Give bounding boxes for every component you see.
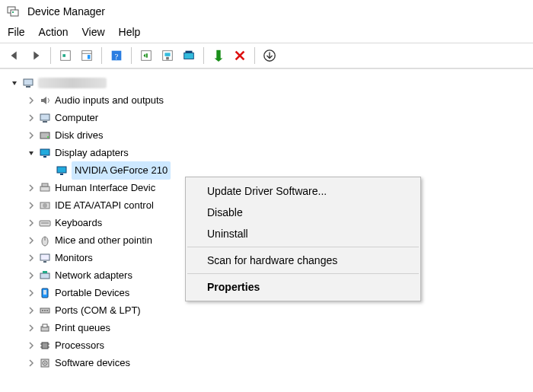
tree-item[interactable]: Processors: [3, 336, 530, 354]
chevron-right-icon[interactable]: [26, 340, 37, 351]
toolbar: ?: [0, 43, 533, 69]
properties-panel-icon[interactable]: [77, 46, 97, 65]
chevron-right-icon[interactable]: [26, 253, 37, 263]
menu-action[interactable]: Action: [39, 26, 69, 38]
tree-item-label: Human Interface Devic: [55, 180, 155, 196]
svg-point-45: [44, 310, 46, 311]
svg-point-32: [43, 203, 47, 208]
context-menu: Update Driver Software...DisableUninstal…: [185, 177, 421, 301]
svg-rect-19: [24, 79, 33, 85]
uninstall-device-icon[interactable]: [179, 46, 199, 65]
svg-rect-15: [184, 53, 194, 59]
svg-point-44: [42, 310, 43, 311]
svg-rect-40: [43, 271, 47, 273]
tree-item[interactable]: Audio inputs and outputs: [3, 91, 530, 109]
svg-rect-17: [216, 50, 220, 60]
tree-item[interactable]: Software devices: [3, 354, 530, 371]
ports-icon: [38, 304, 52, 317]
tree-item-label: Keyboards: [55, 215, 102, 231]
chevron-right-icon[interactable]: [26, 270, 37, 281]
chevron-down-icon[interactable]: [26, 148, 37, 158]
chevron-right-icon[interactable]: [26, 358, 37, 368]
scan-hardware-icon[interactable]: [136, 46, 156, 65]
tree-item-label: Display adapters: [55, 145, 129, 161]
context-menu-item[interactable]: Uninstall: [186, 223, 420, 244]
chevron-right-icon[interactable]: [26, 130, 37, 141]
display-icon: [55, 164, 69, 177]
tree-item-label: Disk drives: [55, 127, 104, 144]
tree-item-label: Processors: [55, 337, 104, 354]
software-icon: [38, 356, 52, 370]
context-menu-item[interactable]: Disable: [186, 202, 420, 223]
ide-icon: [38, 199, 52, 212]
chevron-right-icon[interactable]: [26, 200, 37, 211]
menu-view[interactable]: View: [81, 26, 104, 38]
context-menu-item[interactable]: Scan for hardware changes: [186, 250, 420, 271]
tree-item[interactable]: Disk drives: [3, 126, 530, 144]
svg-rect-26: [43, 156, 46, 158]
context-menu-separator: [187, 273, 419, 274]
svg-rect-29: [40, 186, 49, 191]
svg-rect-13: [164, 53, 170, 56]
tree-item-label: Audio inputs and outputs: [55, 92, 164, 109]
help-icon[interactable]: ?: [107, 46, 126, 65]
svg-rect-25: [40, 149, 49, 155]
svg-rect-30: [42, 183, 48, 186]
menu-bar: File Action View Help: [0, 21, 533, 43]
context-menu-item[interactable]: Properties: [186, 276, 420, 298]
tree-item[interactable]: [3, 74, 530, 91]
tree-item[interactable]: Display adapters: [3, 144, 530, 161]
tree-item[interactable]: Print queues: [3, 319, 530, 336]
svg-rect-38: [43, 261, 46, 263]
app-icon: [6, 5, 20, 18]
update-driver-icon[interactable]: [158, 46, 177, 65]
svg-rect-49: [42, 343, 48, 349]
disable-device-icon[interactable]: [230, 46, 250, 65]
chevron-right-icon[interactable]: [26, 218, 37, 228]
show-hidden-icon[interactable]: [56, 46, 75, 65]
root-computer-name-redacted: [38, 78, 107, 88]
menu-file[interactable]: File: [8, 26, 25, 38]
forward-arrow-icon[interactable]: [26, 46, 46, 65]
svg-rect-27: [57, 167, 66, 173]
computer-icon: [21, 76, 35, 90]
back-arrow-icon[interactable]: [5, 46, 24, 65]
down-arrow-circle-icon[interactable]: [260, 46, 279, 65]
toolbar-separator: [101, 47, 102, 64]
svg-point-24: [47, 136, 49, 138]
enable-device-icon[interactable]: [209, 46, 228, 65]
tree-item-label: Network adapters: [55, 267, 132, 284]
svg-rect-48: [43, 324, 47, 327]
context-menu-separator: [187, 247, 419, 247]
tree-item[interactable]: Ports (COM & LPT): [3, 301, 530, 319]
svg-point-46: [46, 310, 48, 311]
chevron-right-icon[interactable]: [26, 288, 37, 298]
svg-rect-11: [146, 53, 148, 57]
svg-rect-39: [40, 273, 49, 279]
cpu-icon: [38, 339, 52, 352]
chevron-right-icon[interactable]: [26, 235, 37, 246]
chevron-right-icon[interactable]: [26, 323, 37, 333]
chevron-down-icon[interactable]: [9, 78, 20, 88]
toolbar-separator: [203, 47, 204, 64]
tree-item[interactable]: Computer: [3, 109, 530, 126]
chevron-right-icon[interactable]: [26, 113, 37, 123]
tree-item-label: Print queues: [55, 320, 110, 336]
audio-icon: [38, 94, 52, 107]
network-icon: [38, 269, 52, 282]
menu-help[interactable]: Help: [119, 26, 141, 38]
keyboard-icon: [38, 216, 52, 230]
tree-item-label: NVIDIA GeForce 210: [72, 161, 171, 180]
display-icon: [38, 146, 52, 160]
tree-item-label: IDE ATA/ATAPI control: [55, 197, 154, 214]
toolbar-separator: [131, 47, 132, 64]
context-menu-item[interactable]: Update Driver Software...: [186, 180, 420, 202]
chevron-right-icon[interactable]: [26, 183, 37, 193]
svg-rect-42: [43, 290, 46, 295]
mouse-icon: [38, 234, 52, 247]
svg-text:?: ?: [115, 52, 119, 61]
chevron-right-icon[interactable]: [26, 95, 37, 106]
svg-rect-22: [43, 121, 47, 123]
svg-rect-16: [186, 51, 193, 53]
chevron-right-icon[interactable]: [26, 305, 37, 316]
